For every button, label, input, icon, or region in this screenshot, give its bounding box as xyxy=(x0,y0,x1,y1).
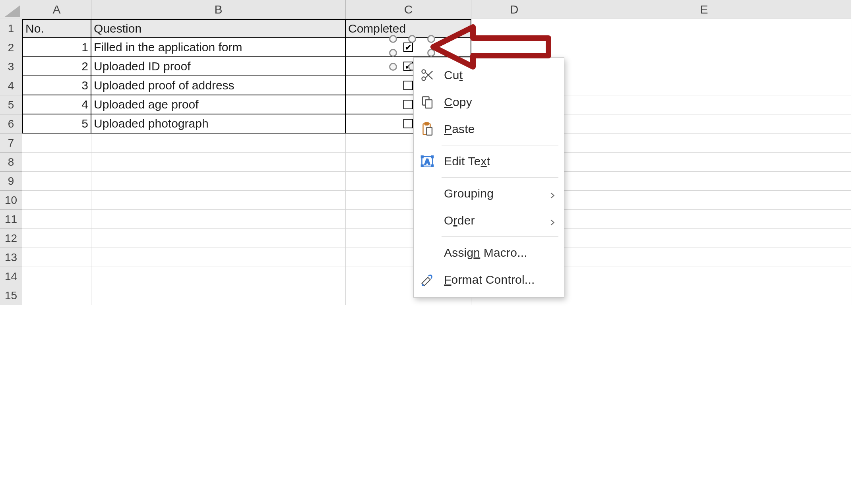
cell-A2[interactable]: 1 xyxy=(22,38,91,57)
ctx-copy-label: Copy xyxy=(444,95,557,109)
cell-E7[interactable] xyxy=(557,134,851,153)
row-header-14[interactable]: 14 xyxy=(0,267,22,286)
checkbox-row-2[interactable] xyxy=(403,62,413,71)
ctx-cut[interactable]: Cut xyxy=(414,62,564,89)
row-header-15[interactable]: 15 xyxy=(0,286,22,305)
cell-B13[interactable] xyxy=(91,248,346,267)
ctx-paste-label: Paste xyxy=(444,122,557,136)
scissors-icon xyxy=(419,67,435,83)
ctx-copy[interactable]: Copy xyxy=(414,89,564,116)
cell-E2[interactable] xyxy=(557,38,851,57)
ctx-order[interactable]: Order xyxy=(414,207,564,234)
cell-C1[interactable]: Completed xyxy=(346,19,471,38)
cell-B6[interactable]: Uploaded photograph xyxy=(91,114,346,134)
cell-B1[interactable]: Question xyxy=(91,19,346,38)
select-all-corner[interactable] xyxy=(0,0,22,19)
cell-A10[interactable] xyxy=(22,191,91,210)
cell-E3[interactable] xyxy=(557,57,851,76)
row-header-2[interactable]: 2 xyxy=(0,38,22,57)
cell-B11[interactable] xyxy=(91,210,346,229)
cell-C2[interactable] xyxy=(346,38,471,57)
cell-E13[interactable] xyxy=(557,248,851,267)
cell-B10[interactable] xyxy=(91,191,346,210)
cell-B14[interactable] xyxy=(91,267,346,286)
svg-text:A: A xyxy=(424,157,430,166)
cell-E15[interactable] xyxy=(557,286,851,305)
svg-rect-12 xyxy=(432,156,434,158)
row-header-11[interactable]: 11 xyxy=(0,210,22,229)
column-header-E[interactable]: E xyxy=(557,0,851,19)
context-menu: Cut Copy Paste xyxy=(413,57,564,298)
row-header-13[interactable]: 13 xyxy=(0,248,22,267)
cell-E8[interactable] xyxy=(557,153,851,172)
column-header-D[interactable]: D xyxy=(471,0,557,19)
row-header-3[interactable]: 3 xyxy=(0,57,22,76)
checkbox-row-3[interactable] xyxy=(403,81,413,90)
ctx-cut-label: Cut xyxy=(444,68,557,82)
row-header-9[interactable]: 9 xyxy=(0,172,22,191)
row-header-6[interactable]: 6 xyxy=(0,114,22,134)
spreadsheet-area: A B C D E 1 2 3 4 5 6 7 8 9 10 11 12 13 … xyxy=(0,0,868,480)
ctx-separator xyxy=(442,236,558,237)
checkbox-row-4[interactable] xyxy=(403,100,413,109)
cell-A1[interactable]: No. xyxy=(22,19,91,38)
ctx-format-control[interactable]: Format Control... xyxy=(414,266,564,293)
ctx-assign-macro[interactable]: Assign Macro... xyxy=(414,239,564,266)
cell-A9[interactable] xyxy=(22,172,91,191)
cell-A7[interactable] xyxy=(22,134,91,153)
row-header-10[interactable]: 10 xyxy=(0,191,22,210)
svg-point-1 xyxy=(422,70,426,74)
cell-D1[interactable] xyxy=(471,19,557,38)
cell-B4[interactable]: Uploaded proof of address xyxy=(91,76,346,95)
cell-A11[interactable] xyxy=(22,210,91,229)
column-header-B[interactable]: B xyxy=(91,0,346,19)
ctx-separator xyxy=(442,145,558,145)
cell-B7[interactable] xyxy=(91,134,346,153)
cell-B12[interactable] xyxy=(91,229,346,248)
svg-point-0 xyxy=(422,77,426,81)
cell-A14[interactable] xyxy=(22,267,91,286)
cell-A8[interactable] xyxy=(22,153,91,172)
ctx-format-control-label: Format Control... xyxy=(444,273,557,286)
cell-B5[interactable]: Uploaded age proof xyxy=(91,95,346,114)
row-header-12[interactable]: 12 xyxy=(0,229,22,248)
column-header-A[interactable]: A xyxy=(22,0,91,19)
ctx-grouping-label: Grouping xyxy=(444,187,539,200)
cell-B15[interactable] xyxy=(91,286,346,305)
paste-icon xyxy=(419,121,435,137)
cell-E12[interactable] xyxy=(557,229,851,248)
cell-B8[interactable] xyxy=(91,153,346,172)
checkbox-row-5[interactable] xyxy=(403,119,413,128)
column-header-C[interactable]: C xyxy=(346,0,471,19)
svg-rect-13 xyxy=(421,165,423,167)
cell-A13[interactable] xyxy=(22,248,91,267)
cell-E11[interactable] xyxy=(557,210,851,229)
cell-B3[interactable]: Uploaded ID proof xyxy=(91,57,346,76)
cell-A15[interactable] xyxy=(22,286,91,305)
cell-A12[interactable] xyxy=(22,229,91,248)
cell-B9[interactable] xyxy=(91,172,346,191)
row-header-4[interactable]: 4 xyxy=(0,76,22,95)
cell-D2[interactable] xyxy=(471,38,557,57)
cell-A3[interactable]: 2 xyxy=(22,57,91,76)
blank-icon xyxy=(419,245,435,261)
row-header-8[interactable]: 8 xyxy=(0,153,22,172)
cell-E4[interactable] xyxy=(557,76,851,95)
cell-E10[interactable] xyxy=(557,191,851,210)
cell-A4[interactable]: 3 xyxy=(22,76,91,95)
cell-A5[interactable]: 4 xyxy=(22,95,91,114)
cell-E1[interactable] xyxy=(557,19,851,38)
cell-A6[interactable]: 5 xyxy=(22,114,91,134)
cell-E9[interactable] xyxy=(557,172,851,191)
ctx-grouping[interactable]: Grouping xyxy=(414,180,564,207)
row-header-1[interactable]: 1 xyxy=(0,19,22,38)
row-header-7[interactable]: 7 xyxy=(0,134,22,153)
cell-B2[interactable]: Filled in the application form xyxy=(91,38,346,57)
cell-E5[interactable] xyxy=(557,95,851,114)
cell-E6[interactable] xyxy=(557,114,851,134)
checkbox-row-1[interactable] xyxy=(403,43,413,52)
row-header-5[interactable]: 5 xyxy=(0,95,22,114)
ctx-edit-text[interactable]: A Edit Text xyxy=(414,148,564,175)
ctx-paste[interactable]: Paste xyxy=(414,116,564,143)
cell-E14[interactable] xyxy=(557,267,851,286)
